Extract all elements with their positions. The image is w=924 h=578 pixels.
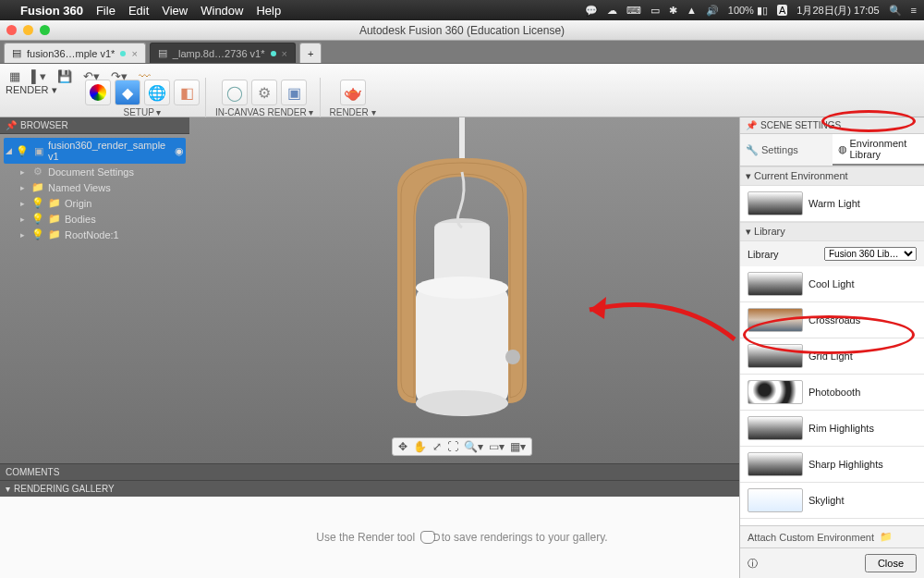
visibility-bulb-icon[interactable]: 💡	[31, 228, 44, 240]
wrench-icon: 🔧	[746, 144, 759, 156]
pan-icon[interactable]: ✋	[413, 440, 427, 453]
status-notifications-icon[interactable]: ≡	[911, 5, 917, 16]
environment-item-sharp-highlights[interactable]: Sharp Highlights	[740, 447, 924, 483]
environment-item-crossroads[interactable]: Crossroads	[740, 302, 924, 338]
browser-node[interactable]: ▸ 📁 Named Views	[18, 179, 186, 195]
brush-icon[interactable]: 〰︎	[139, 69, 151, 83]
library-select[interactable]: Fusion 360 Lib…	[824, 247, 917, 261]
expand-caret-icon[interactable]: ▸	[20, 183, 28, 192]
file-menu-icon[interactable]: ▌▾	[31, 69, 46, 83]
pin-icon[interactable]: 📌	[6, 120, 17, 130]
window-zoom-button[interactable]	[40, 25, 50, 35]
visibility-bulb-icon[interactable]: 💡	[16, 145, 29, 157]
browser-node[interactable]: ▸ ⚙︎ Document Settings	[18, 164, 186, 179]
scene-settings-title: SCENE SETTINGS	[760, 120, 841, 130]
visibility-bulb-icon[interactable]: 💡	[31, 197, 44, 209]
display-settings-icon[interactable]: ▭▾	[489, 440, 505, 453]
env-name: Skylight	[808, 495, 845, 506]
attach-custom-environment[interactable]: Attach Custom Environment 📁	[740, 525, 924, 547]
zoom-window-icon[interactable]: 🔍▾	[464, 440, 483, 453]
status-spotlight-icon[interactable]: 🔍	[889, 5, 902, 17]
data-panel-icon[interactable]: ▦	[9, 69, 20, 83]
save-icon[interactable]: 💾	[57, 69, 72, 83]
window-minimize-button[interactable]	[23, 25, 33, 35]
undo-icon[interactable]: ↶▾	[83, 69, 100, 83]
current-environment-item[interactable]: Warm Light	[740, 186, 924, 222]
tab-settings[interactable]: 🔧 Settings	[740, 134, 833, 166]
expand-caret-icon[interactable]: ▸	[20, 230, 28, 240]
expand-caret-icon[interactable]: ▸	[20, 199, 28, 208]
menubar-app-name[interactable]: Fusion 360	[20, 4, 83, 18]
browser-node[interactable]: ▸ 💡 📁 Origin	[18, 195, 186, 211]
env-thumb	[748, 308, 803, 332]
window-close-button[interactable]	[6, 25, 17, 35]
browser-node[interactable]: ▸ 💡 📁 RootNode:1	[18, 227, 186, 242]
menubar-item-view[interactable]: View	[162, 4, 188, 18]
redo-icon[interactable]: ↷▾	[111, 69, 128, 83]
browser-node-label: RootNode:1	[65, 229, 119, 240]
doc-tab-close-icon[interactable]: ×	[282, 48, 287, 59]
status-wifi-icon: ▲	[687, 5, 697, 16]
radio-icon[interactable]: ◉	[175, 145, 184, 157]
browser-node-label: Origin	[65, 198, 91, 209]
window-traffic-lights[interactable]	[6, 25, 50, 35]
browser-title: BROWSER	[20, 120, 68, 130]
menubar-item-file[interactable]: File	[96, 4, 116, 18]
environment-item-cool-light[interactable]: Cool Light	[740, 266, 924, 302]
browser-node-label: Bodies	[65, 214, 96, 225]
environment-list[interactable]: Cool Light Crossroads Grid Light Photobo…	[740, 266, 924, 525]
ribbon-group-label[interactable]: RENDER ▾	[330, 107, 376, 117]
capture-image-icon[interactable]: ▣	[281, 80, 307, 105]
svg-point-5	[416, 390, 508, 416]
tab-environment-library[interactable]: ◍ Environment Library	[833, 134, 925, 166]
env-name: Sharp Highlights	[808, 459, 883, 470]
section-current-environment[interactable]: ▾ Current Environment	[740, 166, 924, 186]
collapse-caret-icon[interactable]: ▾	[6, 484, 10, 494]
menubar-item-window[interactable]: Window	[201, 4, 243, 18]
render-icon[interactable]: 🫖	[340, 80, 366, 105]
pin-icon[interactable]: 📌	[746, 120, 757, 130]
fit-icon[interactable]: ⛶	[447, 440, 458, 453]
decal-icon[interactable]: ◧	[174, 80, 200, 105]
environment-item-photobooth[interactable]: Photobooth	[740, 375, 924, 411]
env-thumb	[748, 488, 803, 512]
folder-icon: 📁	[48, 228, 61, 240]
new-document-button[interactable]: +	[299, 43, 322, 63]
browser-node-label: Named Views	[48, 182, 111, 193]
document-tab-active[interactable]: ▤ fusion36…mple v1* ×	[4, 43, 146, 63]
environment-item-rim-highlights[interactable]: Rim Highlights	[740, 411, 924, 447]
svg-rect-4	[416, 288, 508, 403]
window-title: Autodesk Fusion 360 (Education License)	[359, 24, 565, 37]
expand-caret-icon[interactable]: ▸	[20, 215, 28, 224]
status-display-icon: ▭	[650, 5, 660, 17]
expand-caret-icon[interactable]: ▸	[20, 167, 28, 177]
grid-settings-icon[interactable]: ▦▾	[510, 440, 526, 453]
component-icon: ▣	[32, 145, 44, 157]
env-name: Cool Light	[808, 278, 855, 289]
browser-node[interactable]: ▸ 💡 📁 Bodies	[18, 211, 186, 227]
orbit-icon[interactable]: ✥	[398, 440, 407, 453]
visibility-bulb-icon[interactable]: 💡	[31, 213, 44, 225]
browser-header[interactable]: 📌 BROWSER	[0, 117, 189, 134]
ribbon-group-label[interactable]: SETUP ▾	[124, 107, 162, 117]
document-tab-inactive[interactable]: ▤ _lamp.8d…2736 v1* ×	[150, 43, 296, 63]
doc-tab-close-icon[interactable]: ×	[131, 48, 137, 59]
zoom-icon[interactable]: ⤢	[432, 440, 442, 453]
environment-item-grid-light[interactable]: Grid Light	[740, 338, 924, 375]
menubar-item-edit[interactable]: Edit	[128, 4, 149, 18]
folder-icon[interactable]: 📁	[880, 531, 893, 543]
ribbon-group-label[interactable]: IN-CANVAS RENDER ▾	[215, 107, 314, 117]
environment-item-skylight[interactable]: Skylight	[740, 483, 924, 519]
incanvas-settings-icon[interactable]: ⚙︎	[251, 80, 277, 105]
incanvas-render-icon[interactable]: ◯	[222, 80, 248, 105]
env-thumb	[748, 452, 803, 476]
section-library[interactable]: ▾ Library	[740, 222, 924, 241]
menubar-item-help[interactable]: Help	[256, 4, 281, 18]
teapot-icon	[420, 531, 435, 544]
globe-icon: ◍	[838, 143, 847, 155]
info-icon[interactable]: ⓘ	[748, 557, 758, 571]
ribbon-group-render: 🫖 RENDER ▾	[324, 78, 382, 119]
close-button[interactable]: Close	[865, 554, 917, 572]
browser-root-node[interactable]: ◢ 💡 ▣ fusion360_render_sample v1 ◉	[4, 138, 186, 164]
expand-caret-icon[interactable]: ◢	[6, 146, 12, 155]
